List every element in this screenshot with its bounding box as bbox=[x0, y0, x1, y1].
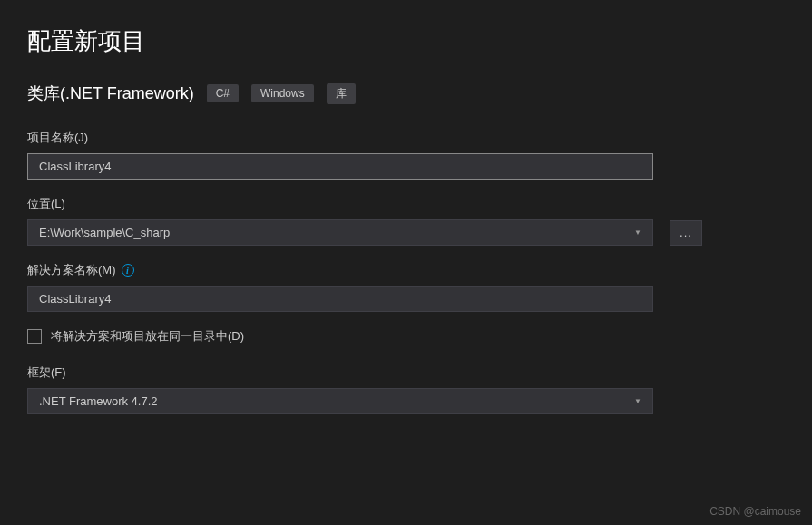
watermark: CSDN @caimouse bbox=[709, 505, 801, 518]
project-name-input[interactable] bbox=[27, 153, 653, 180]
framework-value: .NET Framework 4.7.2 bbox=[39, 394, 158, 408]
location-dropdown[interactable]: E:\Work\sample\C_sharp ▼ bbox=[27, 219, 653, 246]
subtitle-row: 类库(.NET Framework) C# Windows 库 bbox=[27, 83, 785, 104]
solution-name-group: 解决方案名称(M) i bbox=[27, 262, 785, 312]
framework-label: 框架(F) bbox=[27, 365, 785, 381]
info-icon[interactable]: i bbox=[122, 264, 134, 277]
tag-type: 库 bbox=[327, 83, 356, 104]
project-name-label: 项目名称(J) bbox=[27, 130, 785, 146]
same-directory-row: 将解决方案和项目放在同一目录中(D) bbox=[27, 328, 785, 345]
solution-name-input[interactable] bbox=[27, 286, 653, 312]
tag-language: C# bbox=[207, 84, 239, 102]
tag-platform: Windows bbox=[251, 84, 314, 102]
project-name-group: 项目名称(J) bbox=[27, 130, 785, 180]
chevron-down-icon: ▼ bbox=[634, 228, 641, 237]
project-type-subtitle: 类库(.NET Framework) bbox=[27, 83, 194, 104]
location-group: 位置(L) E:\Work\sample\C_sharp ▼ ... bbox=[27, 196, 785, 246]
framework-dropdown[interactable]: .NET Framework 4.7.2 ▼ bbox=[27, 388, 653, 414]
same-directory-label: 将解决方案和项目放在同一目录中(D) bbox=[51, 328, 244, 345]
location-label: 位置(L) bbox=[27, 196, 785, 212]
browse-button[interactable]: ... bbox=[670, 220, 702, 246]
page-title: 配置新项目 bbox=[27, 25, 785, 57]
chevron-down-icon: ▼ bbox=[634, 397, 641, 405]
solution-name-label: 解决方案名称(M) bbox=[27, 262, 116, 278]
same-directory-checkbox[interactable] bbox=[27, 329, 42, 344]
location-value: E:\Work\sample\C_sharp bbox=[39, 226, 170, 239]
framework-group: 框架(F) .NET Framework 4.7.2 ▼ bbox=[27, 365, 785, 414]
